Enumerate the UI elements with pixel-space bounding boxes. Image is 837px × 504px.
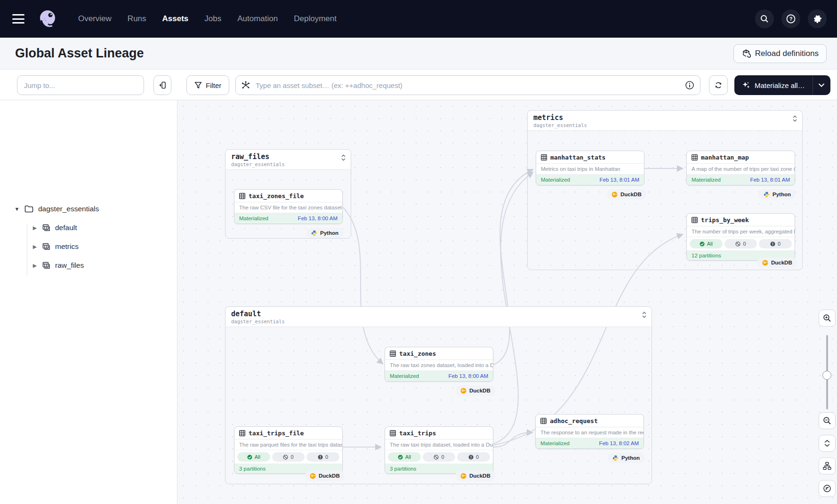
- recenter-button[interactable]: [819, 480, 836, 497]
- compute-kind-badge: DuckDB: [757, 257, 797, 268]
- python-logo-icon: [311, 230, 317, 236]
- svg-text:?: ?: [789, 16, 793, 22]
- partitions-materialized-pill: All: [690, 239, 723, 248]
- subset-info-icon[interactable]: [679, 80, 700, 90]
- collapse-group-icon[interactable]: [642, 312, 647, 318]
- asset-graph-icon: [236, 81, 253, 89]
- asset-node-taxi-trips[interactable]: taxi_trips The raw taxi trips dataset, l…: [385, 426, 493, 474]
- recenter-icon: [823, 484, 831, 493]
- search-button[interactable]: [755, 9, 774, 28]
- dagster-logo-icon[interactable]: [35, 6, 60, 32]
- caret-right-icon[interactable]: ▶: [32, 263, 38, 269]
- nav-item-deployment[interactable]: Deployment: [294, 14, 337, 24]
- asset-description: The raw taxi trips dataset, loaded into …: [385, 440, 493, 450]
- materialize-all-button[interactable]: Materialize all…: [734, 75, 813, 95]
- sparkle-icon: [742, 81, 750, 89]
- compute-kind-badge: DuckDB: [456, 385, 495, 396]
- duckdb-logo-icon: [310, 473, 316, 479]
- duckdb-logo-icon: [612, 192, 618, 198]
- asset-name: taxi_trips: [399, 430, 436, 437]
- caret-right-icon[interactable]: ▶: [32, 225, 38, 231]
- nav-item-overview[interactable]: Overview: [78, 14, 112, 24]
- materialized-time: Feb 13, 8:00 AM: [449, 373, 488, 379]
- collapse-all-groups-button[interactable]: [819, 435, 836, 452]
- filter-button[interactable]: Filter: [186, 75, 229, 95]
- lineage-canvas[interactable]: raw_files dagster_essentials taxi_zones_…: [177, 100, 837, 504]
- materialized-label: Materialized: [390, 373, 419, 379]
- duckdb-logo-icon: [460, 388, 467, 394]
- compute-kind-badge: Python: [759, 189, 796, 200]
- zoom-slider[interactable]: [819, 335, 836, 409]
- settings-button[interactable]: [808, 9, 827, 28]
- asset-description: The raw taxi zones dataset, loaded into …: [385, 360, 493, 371]
- arrange-layout-button[interactable]: [819, 457, 836, 474]
- jump-to-input[interactable]: [17, 75, 144, 95]
- refresh-icon: [714, 81, 723, 89]
- collapse-sidebar-button[interactable]: [153, 75, 171, 95]
- materialize-split-button: Materialize all…: [734, 75, 830, 95]
- caret-down-icon[interactable]: ▼: [14, 206, 20, 212]
- nav-item-jobs[interactable]: Jobs: [204, 14, 221, 24]
- slash-circle-icon: [434, 455, 439, 460]
- materialize-dropdown-button[interactable]: [813, 75, 830, 95]
- table-icon: [239, 193, 245, 199]
- caret-right-icon[interactable]: ▶: [32, 244, 38, 250]
- alert-circle-icon: [468, 455, 474, 460]
- asset-node-taxi-zones[interactable]: taxi_zones The raw taxi zones dataset, l…: [385, 347, 493, 382]
- duckdb-logo-icon: [460, 473, 467, 479]
- zoom-out-button[interactable]: [819, 412, 836, 429]
- duckdb-logo-icon: [762, 260, 768, 266]
- alert-circle-icon: [318, 455, 323, 460]
- table-icon: [540, 418, 547, 424]
- check-circle-icon: [247, 455, 252, 460]
- reload-cube-icon: [741, 49, 751, 58]
- asset-description: The number of trips per week, aggregated…: [687, 226, 795, 237]
- zoom-in-button[interactable]: [819, 310, 836, 327]
- tree-item-dagster-essentials[interactable]: ▼ dagster_essentials: [14, 205, 99, 213]
- tree-item-default[interactable]: ▶ default: [32, 224, 77, 232]
- materialize-all-label: Materialize all…: [755, 81, 805, 89]
- collapse-group-icon[interactable]: [792, 115, 797, 122]
- tree-item-raw-files[interactable]: ▶ raw_files: [32, 261, 84, 270]
- asset-status-row: Materialized Feb 13, 8:02 AM: [536, 438, 644, 448]
- asset-node-taxi-zones-file[interactable]: taxi_zones_file The raw CSV file for the…: [234, 189, 343, 224]
- nav-item-assets[interactable]: Assets: [162, 14, 189, 24]
- compute-kind-label: Python: [773, 192, 791, 197]
- asset-name: manhattan_map: [701, 154, 749, 161]
- partitions-failed-pill: 0: [724, 239, 757, 248]
- refresh-button[interactable]: [709, 75, 728, 95]
- asset-node-manhattan-stats[interactable]: manhattan_stats Metrics on taxi trips in…: [536, 151, 644, 185]
- tree-indent-guide: [27, 224, 27, 276]
- asset-node-trips-by-week[interactable]: trips_by_week The number of trips per we…: [686, 213, 795, 261]
- asset-node-manhattan-map[interactable]: manhattan_map A map of the number of tri…: [686, 151, 795, 185]
- nav-item-runs[interactable]: Runs: [128, 14, 146, 24]
- help-button[interactable]: ?: [781, 9, 800, 28]
- asset-node-adhoc-request[interactable]: adhoc_request The response to an request…: [535, 414, 644, 449]
- tree-item-label: metrics: [55, 242, 79, 251]
- group-title: raw_files: [231, 152, 346, 161]
- collapse-group-icon[interactable]: [341, 154, 346, 161]
- compute-kind-label: Python: [320, 230, 338, 236]
- slash-circle-icon: [283, 455, 288, 460]
- partition-health-row: All 0 0: [385, 450, 493, 464]
- asset-description: The response to an request made in the r…: [536, 427, 644, 438]
- asset-name: adhoc_request: [550, 417, 598, 424]
- compute-kind-badge: DuckDB: [456, 471, 495, 481]
- menu-icon[interactable]: [12, 14, 24, 24]
- asset-description: A map of the number of trips per taxi zo…: [687, 164, 795, 175]
- asset-subset-input[interactable]: [253, 81, 679, 89]
- group-header: default dagster_essentials: [225, 307, 652, 327]
- compute-kind-label: DuckDB: [469, 473, 491, 479]
- zoom-slider-handle[interactable]: [822, 371, 831, 380]
- asset-node-taxi-trips-file[interactable]: taxi_trips_file The raw parquet files fo…: [234, 426, 343, 474]
- tree-item-metrics[interactable]: ▶ metrics: [32, 242, 79, 251]
- compute-kind-label: DuckDB: [771, 260, 792, 265]
- nav-item-automation[interactable]: Automation: [237, 14, 278, 24]
- partitions-failed-pill: 0: [272, 452, 305, 462]
- reload-definitions-button[interactable]: Reload definitions: [733, 44, 827, 63]
- asset-group-icon: [42, 262, 50, 269]
- top-navbar: Overview Runs Assets Jobs Automation Dep…: [0, 0, 837, 38]
- filter-label: Filter: [206, 81, 221, 89]
- asset-description: The raw parquet files for the taxi trips…: [234, 440, 342, 450]
- compute-kind-badge: Python: [608, 453, 644, 463]
